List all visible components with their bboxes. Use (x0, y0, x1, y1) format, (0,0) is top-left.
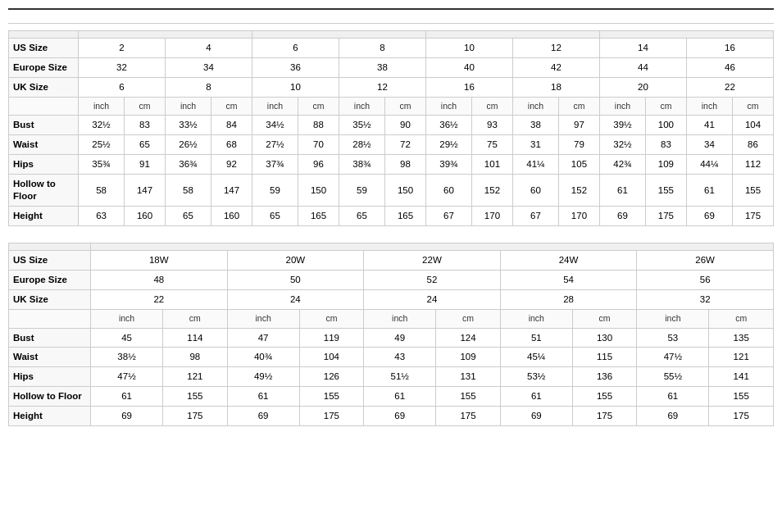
hollow_to_floor-label: Hollow to Floor (9, 175, 79, 207)
table-cell: 60 (512, 175, 558, 207)
unit-inch: inch (686, 97, 732, 116)
table-cell: 155 (645, 175, 686, 207)
table-cell: 26W (637, 251, 774, 271)
unit-inch: inch (79, 97, 125, 116)
unit-cm: cm (163, 309, 227, 328)
unit-cm: cm (572, 309, 636, 328)
table-cell: 69 (599, 207, 645, 226)
size-chart-table-2: US Size18W20W22W24W26WEurope Size4850525… (8, 243, 774, 426)
table-cell: 61 (91, 387, 163, 407)
table-cell: 175 (572, 407, 636, 426)
table-cell: 34 (686, 135, 732, 155)
table-cell: 8 (339, 39, 425, 58)
table-cell: 69 (637, 407, 709, 426)
table-cell: 58 (79, 175, 125, 207)
table-cell: 61 (364, 387, 436, 407)
table-cell: 12 (512, 39, 599, 58)
table-cell: 40 (425, 57, 512, 77)
table-cell: 18 (512, 77, 599, 97)
table-cell: 61 (686, 175, 732, 207)
table-cell: 47½ (91, 367, 163, 387)
table-cell: 48 (91, 271, 228, 290)
table-cell: 32½ (79, 116, 125, 135)
unit-inch: inch (500, 309, 572, 328)
table-cell: 40¾ (227, 348, 299, 367)
uk-size-row-label: UK Size (9, 77, 79, 97)
table-cell: 69 (686, 207, 732, 226)
table-cell: 35½ (339, 116, 384, 135)
table-cell: 33½ (165, 116, 211, 135)
table-cell: 114 (163, 328, 227, 348)
table-cell: 104 (732, 116, 773, 135)
table-cell: 18W (91, 251, 228, 271)
table-cell: 175 (436, 407, 500, 426)
table-cell: 59 (339, 175, 384, 207)
unit-cm: cm (125, 97, 166, 116)
table-cell: 69 (91, 407, 163, 426)
t2-us-size-row-label: US Size (9, 251, 91, 271)
table-cell: 28 (500, 289, 637, 309)
table-cell: 61 (500, 387, 572, 407)
unit-cm: cm (471, 97, 512, 116)
table-cell: 24 (227, 289, 364, 309)
eu-size-row-label: Europe Size (9, 57, 79, 77)
unit-row-empty (9, 97, 79, 116)
table-cell: 51½ (364, 367, 436, 387)
t2-hips-label: Hips (9, 367, 91, 387)
table-cell: 155 (572, 387, 636, 407)
unit-cm: cm (299, 309, 363, 328)
table-cell: 147 (211, 175, 252, 207)
table-cell: 38½ (91, 348, 163, 367)
col-l (425, 31, 599, 39)
table-cell: 42 (512, 57, 599, 77)
table-cell: 59 (252, 175, 298, 207)
table-cell: 126 (299, 367, 363, 387)
col-standard-size (9, 31, 79, 39)
table-cell: 155 (732, 175, 773, 207)
table-cell: 6 (79, 77, 166, 97)
table-cell: 67 (512, 207, 558, 226)
table-cell: 65 (125, 135, 166, 155)
table-cell: 170 (558, 207, 599, 226)
table-cell: 60 (425, 175, 471, 207)
col2-standard-size (9, 243, 91, 251)
unit-cm: cm (211, 97, 252, 116)
table-cell: 49 (364, 328, 436, 348)
unit-cm: cm (732, 97, 773, 116)
table-cell: 32½ (599, 135, 645, 155)
unit-inch: inch (425, 97, 471, 116)
table-cell: 90 (385, 116, 426, 135)
unit-inch: inch (637, 309, 709, 328)
table-cell: 155 (709, 387, 774, 407)
table-cell: 53 (637, 328, 709, 348)
table-cell: 65 (252, 207, 298, 226)
table-cell: 83 (645, 135, 686, 155)
table-cell: 52 (364, 271, 501, 290)
table-cell: 69 (227, 407, 299, 426)
table-cell: 152 (471, 175, 512, 207)
table-cell: 175 (163, 407, 227, 426)
table-cell: 165 (385, 207, 426, 226)
table-cell: 24W (500, 251, 637, 271)
table-cell: 147 (125, 175, 166, 207)
table-cell: 39¾ (425, 155, 471, 175)
chart-title (8, 8, 774, 24)
table-cell: 130 (572, 328, 636, 348)
table-cell: 31 (512, 135, 558, 155)
table-cell: 51 (500, 328, 572, 348)
size-chart-table-1: US Size246810121416Europe Size3234363840… (8, 30, 774, 226)
table-cell: 175 (732, 207, 773, 226)
table-cell: 44 (599, 57, 686, 77)
t2-waist-label: Waist (9, 348, 91, 367)
table-cell: 49½ (227, 367, 299, 387)
table-cell: 136 (572, 367, 636, 387)
table-cell: 22 (91, 289, 228, 309)
col-m (252, 31, 425, 39)
table-cell: 45¼ (500, 348, 572, 367)
table-cell: 26½ (165, 135, 211, 155)
table-cell: 69 (500, 407, 572, 426)
table-cell: 119 (299, 328, 363, 348)
table-cell: 175 (645, 207, 686, 226)
table-cell: 28½ (339, 135, 384, 155)
table-cell: 175 (299, 407, 363, 426)
